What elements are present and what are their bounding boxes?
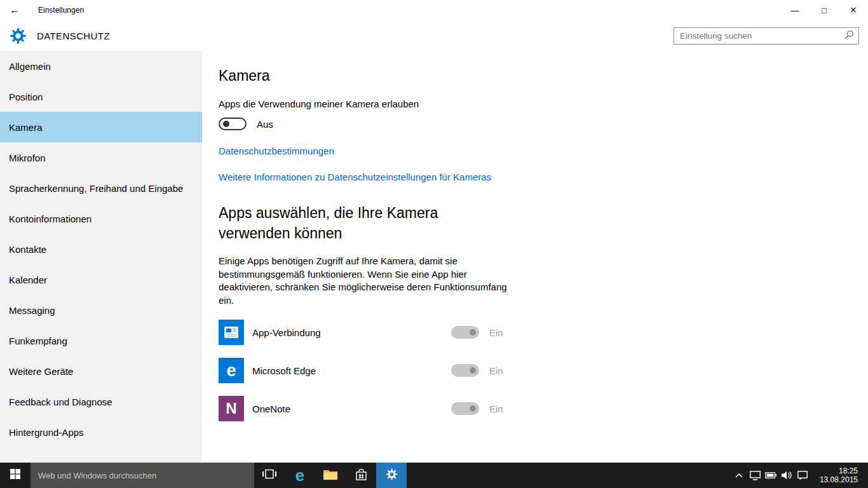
chevron-up-icon[interactable]: [731, 463, 747, 488]
titlebar: ← Einstellungen — □ ×: [0, 0, 868, 20]
clock-date: 13.08.2015: [820, 475, 858, 484]
app-name: OneNote: [252, 403, 451, 414]
taskbar-clock[interactable]: 18:25 13.08.2015: [813, 466, 864, 484]
start-button[interactable]: [0, 463, 31, 488]
toggle-knob: [470, 367, 476, 374]
sidebar-item-kontoinformationen[interactable]: Kontoinformationen: [0, 203, 202, 234]
sidebar-item-position[interactable]: Position: [0, 81, 202, 112]
app-name: Microsoft Edge: [252, 365, 451, 376]
taskbar-search-box[interactable]: [31, 463, 254, 488]
apps-select-description: Einige Apps benötigen Zugriff auf Ihre K…: [219, 255, 510, 307]
page-title: Kamera: [219, 67, 843, 85]
privacy-policy-link[interactable]: Datenschutzbestimmungen: [219, 146, 334, 156]
camera-settings-panel: Kamera Apps die Verwendung meiner Kamera…: [202, 51, 868, 463]
settings-gear-taskbar-icon: [386, 468, 398, 483]
app-row-app-verbindung: App-Verbindung Ein: [219, 320, 843, 345]
sidebar-item-hintergrund-apps[interactable]: Hintergrund-Apps: [0, 417, 202, 447]
camera-master-toggle-state: Aus: [257, 119, 273, 130]
battery-icon[interactable]: [763, 463, 779, 488]
sidebar-item-weitere-geraete[interactable]: Weitere Geräte: [0, 356, 202, 386]
camera-master-toggle-row: Aus: [219, 118, 843, 130]
network-icon[interactable]: [747, 463, 763, 488]
microsoft-edge-toggle[interactable]: [451, 364, 479, 377]
volume-icon[interactable]: [779, 463, 795, 488]
camera-allow-label: Apps die Verwendung meiner Kamera erlaub…: [219, 98, 843, 109]
page-section-title: DATENSCHUTZ: [37, 30, 110, 41]
app-toggle-state: Ein: [489, 327, 503, 338]
onenote-icon: N: [219, 396, 244, 421]
settings-window: ← Einstellungen — □ × DATENSCHUTZ: [0, 0, 868, 488]
sidebar-item-kalender[interactable]: Kalender: [0, 264, 202, 295]
sidebar-item-funkempfang[interactable]: Funkempfang: [0, 325, 202, 356]
taskbar: e: [0, 463, 868, 488]
toggle-knob: [470, 405, 476, 412]
sidebar-item-allgemein[interactable]: Allgemein: [0, 51, 202, 81]
settings-search-input[interactable]: [680, 31, 844, 41]
close-button[interactable]: ×: [839, 0, 868, 20]
search-icon[interactable]: [844, 30, 854, 42]
task-view-icon: [262, 469, 276, 482]
settings-taskbar-button[interactable]: [376, 463, 407, 488]
camera-master-toggle[interactable]: [219, 118, 247, 130]
app-verbindung-toggle[interactable]: [451, 326, 479, 339]
windows-logo-icon: [10, 469, 20, 482]
store-bag-icon: [356, 468, 367, 483]
app-row-microsoft-edge: e Microsoft Edge Ein: [219, 358, 843, 383]
sidebar-item-kamera[interactable]: Kamera: [0, 112, 202, 142]
sidebar-item-messaging[interactable]: Messaging: [0, 295, 202, 325]
file-explorer-button[interactable]: [315, 463, 346, 488]
sidebar-item-kontakte[interactable]: Kontakte: [0, 234, 202, 264]
camera-privacy-info-link[interactable]: Weitere Informationen zu Datenschutzeins…: [219, 172, 491, 182]
clock-time: 18:25: [820, 466, 858, 475]
action-center-icon[interactable]: [795, 463, 811, 488]
window-title: Einstellungen: [38, 6, 84, 15]
sidebar-item-spracherkennung[interactable]: Spracherkennung, Freihand und Eingabe: [0, 173, 202, 203]
store-button[interactable]: [346, 463, 376, 488]
microsoft-edge-icon: e: [219, 358, 244, 383]
window-controls: — □ ×: [780, 0, 868, 20]
system-tray: 18:25 13.08.2015: [731, 463, 868, 488]
task-view-button[interactable]: [254, 463, 285, 488]
edge-taskbar-button[interactable]: e: [285, 463, 315, 488]
sidebar-item-feedback-diagnose[interactable]: Feedback und Diagnose: [0, 386, 202, 417]
app-row-onenote: N OneNote Ein: [219, 396, 843, 421]
toggle-knob: [470, 329, 476, 336]
app-toggle-state: Ein: [489, 365, 503, 376]
folder-icon: [323, 469, 337, 482]
app-verbindung-icon: [219, 320, 244, 345]
app-header: DATENSCHUTZ: [0, 20, 868, 51]
settings-gear-icon: [9, 27, 27, 44]
app-name: App-Verbindung: [252, 327, 451, 338]
minimize-button[interactable]: —: [780, 0, 810, 20]
content-area: Allgemein Position Kamera Mikrofon Sprac…: [0, 51, 868, 463]
edge-icon: e: [295, 467, 304, 484]
apps-select-heading: Apps auswählen, die Ihre Kamera verwende…: [219, 203, 460, 243]
maximize-button[interactable]: □: [810, 0, 839, 20]
privacy-sidebar: Allgemein Position Kamera Mikrofon Sprac…: [0, 51, 202, 463]
settings-search-box: [674, 27, 859, 44]
onenote-toggle[interactable]: [451, 402, 479, 415]
toggle-knob: [223, 121, 229, 127]
sidebar-item-mikrofon[interactable]: Mikrofon: [0, 142, 202, 173]
back-arrow-icon: ←: [10, 4, 20, 16]
back-button[interactable]: ←: [0, 0, 29, 20]
app-toggle-state: Ein: [489, 403, 503, 414]
taskbar-search-input[interactable]: [38, 471, 247, 480]
